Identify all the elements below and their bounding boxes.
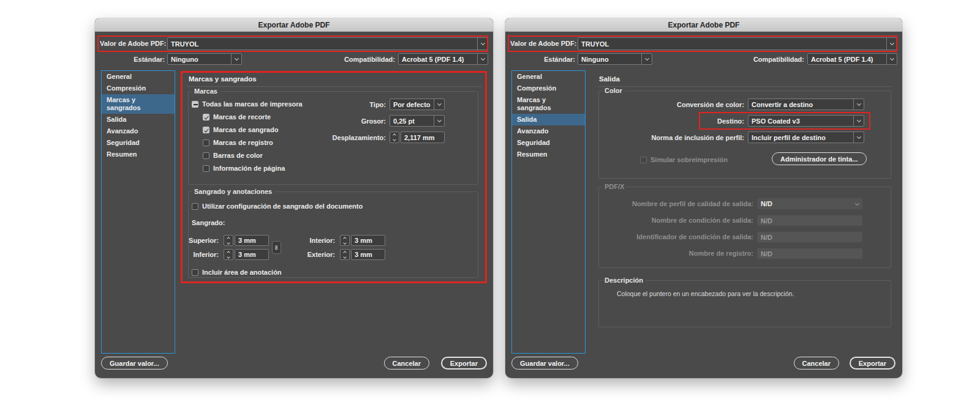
destination-dropdown[interactable]: PSO Coated v3 [748,115,864,127]
compatibility-label: Compatibilidad: [712,54,804,65]
checkbox-row-bleed-marks[interactable]: Marcas de sangrado [203,125,278,134]
compatibility-value: Acrobat 5 (PDF 1.4) [399,54,477,64]
checkbox-row-use-document-bleed[interactable]: Utilizar configuración de sangrado del d… [192,202,363,210]
export-button[interactable]: Exportar [850,357,895,370]
bleed-bottom-stepper[interactable] [224,249,233,260]
profile-policy-value: Incluir perfil de destino [748,132,853,143]
stepper-down-icon[interactable] [227,241,230,245]
compatibility-dropdown[interactable]: Acrobat 5 (PDF 1.4) [398,53,488,65]
export-button[interactable]: Exportar [441,357,487,370]
standard-label: Estándar: [100,54,165,65]
checkbox-row-page-info[interactable]: Información de página [203,164,285,173]
chevron-down-icon [853,99,864,110]
checkbox-row-all-printer-marks[interactable]: Todas las marcas de impresora [192,100,303,108]
stepper-up-icon[interactable] [227,251,230,255]
stepper-down-icon[interactable] [393,138,396,141]
marks-group-legend: Marcas [192,87,220,95]
bleed-top-stepper[interactable] [224,235,233,246]
sidebar-item-resumen[interactable]: Resumen [512,149,585,160]
description-group-legend: Descripción [602,277,646,284]
chevron-down-icon [477,38,488,50]
checkbox-label: Marcas de registro [213,139,273,146]
offset-stepper[interactable] [390,132,399,143]
standard-dropdown[interactable]: Ninguno [578,53,652,65]
bleed-label: Sangrado: [192,217,225,229]
unchecked-checkbox-icon[interactable] [192,203,198,210]
preset-value: TRUYOL [168,38,477,50]
color-conversion-dropdown[interactable]: Convertir a destino [748,98,864,110]
registry-value: N/D [761,250,772,258]
offset-field[interactable]: 2,117 mm [401,132,445,143]
checkbox-label: Todas las marcas de impresora [202,100,303,108]
standard-dropdown[interactable]: Ninguno [167,53,242,65]
checkbox-row-color-bars[interactable]: Barras de color [203,151,263,160]
sidebar-item-marcas-y-sangrados[interactable]: Marcas y sangrados [102,94,175,114]
indeterminate-checkbox-icon[interactable] [192,101,198,108]
checkbox-label: Utilizar configuración de sangrado del d… [202,202,363,210]
type-value: Por defecto [390,99,434,110]
link-bleed-values-icon[interactable]: ∞ [272,241,281,254]
output-condition-value: N/D [761,217,772,225]
save-preset-button[interactable]: Guardar valor... [101,357,168,370]
bleed-inside-field[interactable]: 3 mm [351,235,385,246]
bleed-bottom-field[interactable]: 3 mm [235,249,269,260]
stepper-up-icon[interactable] [343,251,347,255]
chevron-down-icon [886,54,897,64]
compatibility-dropdown[interactable]: Acrobat 5 (PDF 1.4) [807,53,897,65]
stepper-down-icon[interactable] [343,241,347,245]
checkbox-label: Simular sobreimpresión [650,156,728,163]
type-dropdown[interactable]: Por defecto [390,98,445,110]
dialog-title: Exportar Adobe PDF [258,21,330,29]
checkbox-row-crop-marks[interactable]: Marcas de recorte [203,113,271,121]
stepper-down-icon[interactable] [343,255,347,259]
sidebar-item-general[interactable]: General [102,71,175,83]
description-text: Coloque el puntero en un encabezado para… [617,290,794,297]
dialog-title: Exportar Adobe PDF [668,21,740,29]
output-intent-dropdown[interactable]: N/D [757,198,862,209]
unchecked-checkbox-icon[interactable] [203,139,209,146]
bleed-outside-field[interactable]: 3 mm [351,249,385,260]
bleed-outside-stepper[interactable] [340,249,350,260]
sidebar-item-general[interactable]: General [512,71,585,83]
cancel-button[interactable]: Cancelar [384,357,429,370]
sidebar-item-avanzado[interactable]: Avanzado [512,125,585,137]
profile-policy-dropdown[interactable]: Incluir perfil de destino [748,132,864,143]
bleed-inside-stepper[interactable] [340,235,350,246]
checkbox-row-registration-marks[interactable]: Marcas de registro [203,138,273,147]
checkbox-label: Incluir área de anotación [202,269,282,276]
stepper-up-icon[interactable] [393,133,396,137]
preset-dropdown[interactable]: TRUYOL [167,37,488,50]
bleed-outside-label: Exterior: [285,249,335,261]
dialog-titlebar: Exportar Adobe PDF [95,18,493,32]
checked-checkbox-icon[interactable] [203,127,209,133]
preset-value: TRUYOL [578,38,886,50]
weight-dropdown[interactable]: 0,25 pt [390,115,445,127]
sidebar-item-seguridad[interactable]: Seguridad [102,137,175,149]
sidebar-item-compresion[interactable]: Compresión [512,83,585,94]
ink-manager-button[interactable]: Administrador de tinta... [772,152,867,165]
sidebar-item-compresion[interactable]: Compresión [102,83,175,94]
weight-label: Grosor: [309,116,386,127]
registry-field: N/D [757,248,862,259]
unchecked-checkbox-icon[interactable] [203,152,209,159]
checkbox-row-include-slug[interactable]: Incluir área de anotación [192,268,282,277]
sections-sidebar: General Compresión Marcas y sangrados Sa… [101,70,175,354]
sidebar-item-resumen[interactable]: Resumen [102,149,175,160]
stepper-up-icon[interactable] [343,237,347,240]
stepper-down-icon[interactable] [227,255,230,259]
stepper-up-icon[interactable] [227,237,230,240]
sidebar-item-marcas-y-sangrados[interactable]: Marcas y sangrados [512,94,585,114]
unchecked-checkbox-icon[interactable] [192,269,198,276]
sidebar-item-avanzado[interactable]: Avanzado [102,125,175,137]
bleed-top-field[interactable]: 3 mm [235,235,269,246]
preset-dropdown[interactable]: TRUYOL [578,37,897,50]
save-preset-button[interactable]: Guardar valor... [511,357,578,370]
cancel-button[interactable]: Cancelar [794,357,839,370]
compatibility-label: Compatibilidad: [303,54,395,65]
unchecked-checkbox-icon[interactable] [203,165,209,172]
sidebar-item-salida[interactable]: Salida [102,114,175,125]
checked-checkbox-icon[interactable] [203,114,209,121]
chevron-down-icon [641,54,652,64]
sidebar-item-seguridad[interactable]: Seguridad [512,137,585,149]
sidebar-item-salida[interactable]: Salida [512,114,585,125]
